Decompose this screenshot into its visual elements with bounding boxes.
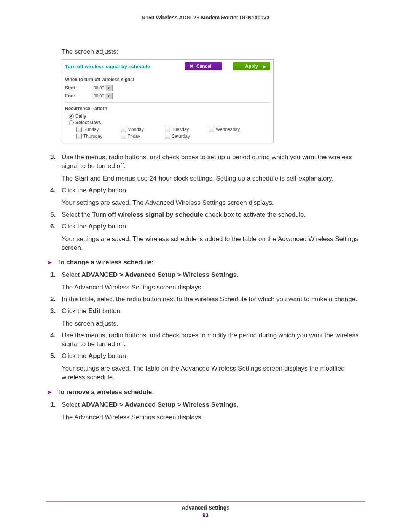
step-sub: The screen adjusts. bbox=[62, 320, 365, 328]
footer-page-number: 93 bbox=[0, 512, 411, 518]
step-num: 2. bbox=[50, 295, 62, 304]
heading-change-text: To change a wireless schedule: bbox=[57, 258, 154, 267]
checkbox-tuesday[interactable] bbox=[165, 127, 170, 132]
steps-block-a: 3. Use the menus, radio buttons, and che… bbox=[50, 153, 365, 422]
apply-arrow-icon: ▶ bbox=[263, 64, 266, 69]
step-post: button. bbox=[100, 307, 122, 315]
end-label: End: bbox=[65, 93, 92, 99]
step-post: button. bbox=[106, 223, 128, 230]
day-wed: Wednesday bbox=[216, 127, 240, 132]
close-icon: ✖ bbox=[190, 64, 193, 69]
heading-remove: ➤ To remove a wireless schedule: bbox=[47, 388, 365, 397]
apply-button[interactable]: Apply ▶ bbox=[233, 62, 270, 70]
footer-divider bbox=[46, 501, 365, 502]
step-num: 1. bbox=[50, 271, 62, 292]
day-sun: Sunday bbox=[83, 127, 99, 132]
triangle-icon: ➤ bbox=[47, 388, 52, 396]
step-post: . bbox=[237, 401, 239, 408]
end-value: 00:00 bbox=[94, 94, 104, 98]
step-sub: The Advanced Wireless Settings screen di… bbox=[62, 413, 365, 422]
apply-label: Apply bbox=[245, 64, 258, 69]
step-num: 6. bbox=[50, 222, 62, 252]
step-num: 1. bbox=[50, 401, 62, 422]
heading-remove-text: To remove a wireless schedule: bbox=[57, 388, 154, 397]
step-text: In the table, select the radio button ne… bbox=[62, 296, 357, 303]
checkbox-sunday[interactable] bbox=[76, 127, 82, 132]
section-when-label: When to turn off wireless signal bbox=[65, 77, 270, 82]
day-sat: Saturday bbox=[172, 134, 190, 139]
step-pre: Click the bbox=[62, 307, 88, 315]
step-num: 5. bbox=[50, 211, 62, 219]
step-sub: Your settings are saved. The wireless sc… bbox=[62, 235, 365, 252]
triangle-icon: ➤ bbox=[47, 258, 52, 267]
step-pre: Click the bbox=[62, 187, 88, 194]
step-text: Use the menus, radio buttons, and check … bbox=[62, 153, 352, 169]
footer-section: Advanced Settings bbox=[0, 505, 411, 511]
step-post: check box to activate the schedule. bbox=[203, 211, 306, 218]
intro-text: The screen adjusts: bbox=[62, 48, 365, 56]
page-header-title: N150 Wireless ADSL2+ Modem Router DGN100… bbox=[46, 14, 365, 21]
step-num: 3. bbox=[50, 307, 62, 328]
section-recurrence-label: Recurrence Pattern bbox=[65, 106, 270, 111]
start-label: Start: bbox=[65, 85, 92, 91]
step-sub: Your settings are saved. The Advanced Wi… bbox=[62, 199, 365, 208]
step-pre: Click the bbox=[62, 223, 88, 230]
step-pre: Select bbox=[62, 271, 81, 278]
checkbox-wednesday[interactable] bbox=[209, 127, 214, 132]
chevron-down-icon: ▼ bbox=[106, 85, 112, 91]
step-sub: The Start and End menus use 24-hour cloc… bbox=[62, 174, 365, 183]
step-bold: Turn off wireless signal by schedule bbox=[92, 211, 203, 218]
cancel-button[interactable]: ✖ Cancel bbox=[185, 62, 222, 70]
step-bold: Apply bbox=[88, 223, 106, 230]
checkbox-monday[interactable] bbox=[121, 127, 126, 132]
footer: Advanced Settings 93 bbox=[0, 505, 411, 518]
step-bold: ADVANCED > Advanced Setup > Wireless Set… bbox=[81, 271, 237, 278]
daily-label: Daily bbox=[75, 113, 86, 119]
step-num: 4. bbox=[50, 331, 62, 349]
step-sub: Your settings are saved. The table on th… bbox=[62, 364, 365, 382]
step-num: 3. bbox=[50, 153, 62, 183]
panel-title: Turn off wireless signal by schedule bbox=[65, 64, 185, 69]
selectdays-label: Select Days bbox=[75, 120, 101, 125]
radio-select-days[interactable] bbox=[69, 120, 74, 125]
step-pre: Select the bbox=[62, 211, 92, 218]
step-bold: ADVANCED > Advanced Setup > Wireless Set… bbox=[81, 401, 237, 408]
step-post: button. bbox=[106, 187, 128, 194]
step-bold: Apply bbox=[88, 187, 106, 194]
day-fri: Friday bbox=[127, 134, 140, 139]
step-text: Use the menus, radio buttons, and check … bbox=[62, 332, 359, 348]
cancel-label: Cancel bbox=[196, 64, 211, 69]
step-sub: The Advanced Wireless Settings screen di… bbox=[62, 283, 365, 292]
day-mon: Monday bbox=[127, 127, 144, 132]
heading-change: ➤ To change a wireless schedule: bbox=[47, 258, 365, 267]
checkbox-saturday[interactable] bbox=[165, 134, 170, 139]
end-select[interactable]: 00:00 ▼ bbox=[92, 93, 113, 99]
step-num: 4. bbox=[50, 186, 62, 208]
step-bold: Edit bbox=[88, 307, 100, 315]
day-thu: Thursday bbox=[83, 134, 102, 139]
step-pre: Select bbox=[62, 401, 81, 408]
start-select[interactable]: 00:00 ▼ bbox=[92, 85, 113, 91]
checkbox-thursday[interactable] bbox=[76, 134, 82, 139]
checkbox-friday[interactable] bbox=[121, 134, 126, 139]
step-post: button. bbox=[106, 352, 128, 359]
start-value: 00:00 bbox=[94, 86, 104, 90]
radio-daily[interactable] bbox=[69, 114, 74, 119]
step-post: . bbox=[237, 271, 239, 278]
day-tue: Tuesday bbox=[172, 127, 189, 132]
chevron-down-icon: ▼ bbox=[106, 93, 112, 99]
step-bold: Apply bbox=[88, 352, 106, 359]
schedule-panel: Turn off wireless signal by schedule ✖ C… bbox=[62, 59, 274, 143]
step-num: 5. bbox=[50, 352, 62, 382]
step-pre: Click the bbox=[62, 352, 88, 359]
